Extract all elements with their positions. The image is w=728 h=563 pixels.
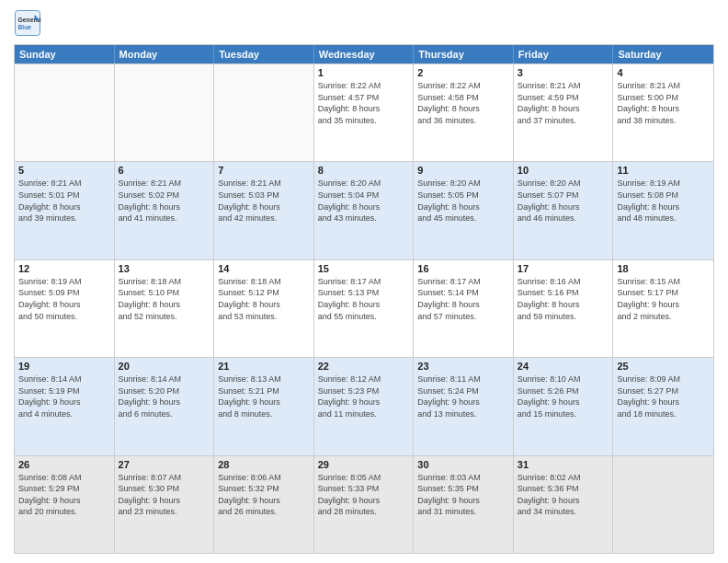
calendar-cell: 13Sunrise: 8:18 AM Sunset: 5:10 PM Dayli…: [115, 260, 215, 357]
day-info: Sunrise: 8:20 AM Sunset: 5:04 PM Dayligh…: [318, 178, 410, 224]
day-number: 13: [119, 263, 210, 274]
calendar-cell: [613, 456, 713, 553]
day-info: Sunrise: 8:03 AM Sunset: 5:35 PM Dayligh…: [417, 472, 509, 518]
day-info: Sunrise: 8:02 AM Sunset: 5:36 PM Dayligh…: [518, 472, 609, 518]
day-number: 24: [518, 361, 609, 372]
day-number: 11: [617, 165, 710, 176]
day-number: 22: [318, 361, 410, 372]
calendar-cell: 18Sunrise: 8:15 AM Sunset: 5:17 PM Dayli…: [613, 260, 713, 357]
calendar-header: SundayMondayTuesdayWednesdayThursdayFrid…: [15, 45, 713, 63]
day-number: 1: [318, 67, 410, 78]
day-info: Sunrise: 8:14 AM Sunset: 5:20 PM Dayligh…: [119, 373, 210, 419]
day-number: 4: [617, 67, 710, 78]
calendar-header-cell: Saturday: [613, 45, 713, 63]
day-number: 12: [18, 263, 110, 274]
calendar-cell: 16Sunrise: 8:17 AM Sunset: 5:14 PM Dayli…: [414, 260, 514, 357]
day-info: Sunrise: 8:14 AM Sunset: 5:19 PM Dayligh…: [18, 373, 110, 419]
calendar-cell: [115, 64, 215, 161]
calendar-header-cell: Wednesday: [314, 45, 415, 63]
day-number: 26: [18, 459, 110, 470]
day-info: Sunrise: 8:18 AM Sunset: 5:12 PM Dayligh…: [218, 276, 310, 322]
day-info: Sunrise: 8:12 AM Sunset: 5:23 PM Dayligh…: [318, 373, 410, 419]
calendar-body: 1Sunrise: 8:22 AM Sunset: 4:57 PM Daylig…: [15, 63, 713, 553]
day-info: Sunrise: 8:17 AM Sunset: 5:14 PM Dayligh…: [417, 276, 509, 322]
day-number: 29: [318, 459, 410, 470]
calendar-row: 12Sunrise: 8:19 AM Sunset: 5:09 PM Dayli…: [15, 259, 713, 357]
calendar-header-cell: Sunday: [15, 45, 115, 63]
calendar-cell: 8Sunrise: 8:20 AM Sunset: 5:04 PM Daylig…: [314, 162, 415, 259]
day-number: 2: [417, 67, 509, 78]
day-info: Sunrise: 8:19 AM Sunset: 5:08 PM Dayligh…: [617, 178, 710, 224]
day-number: 15: [318, 263, 410, 274]
day-info: Sunrise: 8:08 AM Sunset: 5:29 PM Dayligh…: [18, 472, 110, 518]
calendar-header-cell: Thursday: [414, 45, 514, 63]
day-info: Sunrise: 8:09 AM Sunset: 5:27 PM Dayligh…: [617, 373, 710, 419]
calendar-cell: 22Sunrise: 8:12 AM Sunset: 5:23 PM Dayli…: [314, 358, 415, 454]
day-number: 28: [218, 459, 310, 470]
day-info: Sunrise: 8:16 AM Sunset: 5:16 PM Dayligh…: [518, 276, 609, 322]
day-number: 7: [218, 165, 310, 176]
calendar: SundayMondayTuesdayWednesdayThursdayFrid…: [14, 44, 714, 554]
day-number: 17: [518, 263, 609, 274]
calendar-cell: 20Sunrise: 8:14 AM Sunset: 5:20 PM Dayli…: [115, 358, 215, 454]
day-number: 19: [18, 361, 110, 372]
page: General Blue SundayMondayTuesdayWednesda…: [0, 0, 728, 563]
calendar-cell: 2Sunrise: 8:22 AM Sunset: 4:58 PM Daylig…: [414, 64, 514, 161]
calendar-cell: 3Sunrise: 8:21 AM Sunset: 4:59 PM Daylig…: [514, 64, 614, 161]
calendar-cell: 10Sunrise: 8:20 AM Sunset: 5:07 PM Dayli…: [514, 162, 614, 259]
day-info: Sunrise: 8:22 AM Sunset: 4:57 PM Dayligh…: [318, 80, 410, 126]
calendar-cell: 17Sunrise: 8:16 AM Sunset: 5:16 PM Dayli…: [514, 260, 614, 357]
day-info: Sunrise: 8:17 AM Sunset: 5:13 PM Dayligh…: [318, 276, 410, 322]
calendar-cell: 21Sunrise: 8:13 AM Sunset: 5:21 PM Dayli…: [214, 358, 314, 454]
day-number: 25: [617, 361, 710, 372]
day-info: Sunrise: 8:21 AM Sunset: 5:00 PM Dayligh…: [617, 80, 710, 126]
calendar-cell: 24Sunrise: 8:10 AM Sunset: 5:26 PM Dayli…: [514, 358, 614, 454]
day-info: Sunrise: 8:20 AM Sunset: 5:07 PM Dayligh…: [518, 178, 609, 224]
calendar-row: 5Sunrise: 8:21 AM Sunset: 5:01 PM Daylig…: [15, 161, 713, 259]
calendar-cell: 14Sunrise: 8:18 AM Sunset: 5:12 PM Dayli…: [214, 260, 314, 357]
calendar-row: 26Sunrise: 8:08 AM Sunset: 5:29 PM Dayli…: [15, 455, 713, 553]
svg-text:Blue: Blue: [18, 24, 32, 30]
calendar-cell: 27Sunrise: 8:07 AM Sunset: 5:30 PM Dayli…: [115, 456, 215, 553]
day-number: 8: [318, 165, 410, 176]
calendar-cell: 15Sunrise: 8:17 AM Sunset: 5:13 PM Dayli…: [314, 260, 415, 357]
day-info: Sunrise: 8:13 AM Sunset: 5:21 PM Dayligh…: [218, 373, 310, 419]
day-number: 3: [518, 67, 609, 78]
day-number: 14: [218, 263, 310, 274]
day-number: 6: [119, 165, 210, 176]
calendar-header-cell: Friday: [514, 45, 614, 63]
calendar-cell: 26Sunrise: 8:08 AM Sunset: 5:29 PM Dayli…: [15, 456, 115, 553]
logo-icon: General Blue: [14, 9, 41, 37]
svg-rect-0: [16, 11, 40, 36]
header: General Blue: [14, 9, 714, 37]
day-number: 5: [18, 165, 110, 176]
day-number: 21: [218, 361, 310, 372]
calendar-header-cell: Tuesday: [214, 45, 314, 63]
calendar-cell: 30Sunrise: 8:03 AM Sunset: 5:35 PM Dayli…: [414, 456, 514, 553]
calendar-cell: [214, 64, 314, 161]
day-info: Sunrise: 8:18 AM Sunset: 5:10 PM Dayligh…: [119, 276, 210, 322]
calendar-row: 1Sunrise: 8:22 AM Sunset: 4:57 PM Daylig…: [15, 63, 713, 161]
calendar-header-cell: Monday: [115, 45, 215, 63]
calendar-cell: 5Sunrise: 8:21 AM Sunset: 5:01 PM Daylig…: [15, 162, 115, 259]
day-info: Sunrise: 8:07 AM Sunset: 5:30 PM Dayligh…: [119, 472, 210, 518]
day-info: Sunrise: 8:21 AM Sunset: 5:01 PM Dayligh…: [18, 178, 110, 224]
calendar-row: 19Sunrise: 8:14 AM Sunset: 5:19 PM Dayli…: [15, 357, 713, 454]
day-info: Sunrise: 8:15 AM Sunset: 5:17 PM Dayligh…: [617, 276, 710, 322]
day-info: Sunrise: 8:11 AM Sunset: 5:24 PM Dayligh…: [417, 373, 509, 419]
day-info: Sunrise: 8:19 AM Sunset: 5:09 PM Dayligh…: [18, 276, 110, 322]
logo: General Blue: [14, 9, 45, 37]
calendar-cell: 25Sunrise: 8:09 AM Sunset: 5:27 PM Dayli…: [613, 358, 713, 454]
day-number: 23: [417, 361, 509, 372]
calendar-cell: 12Sunrise: 8:19 AM Sunset: 5:09 PM Dayli…: [15, 260, 115, 357]
calendar-cell: 31Sunrise: 8:02 AM Sunset: 5:36 PM Dayli…: [514, 456, 614, 553]
day-info: Sunrise: 8:22 AM Sunset: 4:58 PM Dayligh…: [417, 80, 509, 126]
calendar-cell: 29Sunrise: 8:05 AM Sunset: 5:33 PM Dayli…: [314, 456, 415, 553]
calendar-cell: 9Sunrise: 8:20 AM Sunset: 5:05 PM Daylig…: [414, 162, 514, 259]
calendar-cell: 6Sunrise: 8:21 AM Sunset: 5:02 PM Daylig…: [115, 162, 215, 259]
day-info: Sunrise: 8:21 AM Sunset: 5:02 PM Dayligh…: [119, 178, 210, 224]
day-info: Sunrise: 8:20 AM Sunset: 5:05 PM Dayligh…: [417, 178, 509, 224]
day-info: Sunrise: 8:21 AM Sunset: 4:59 PM Dayligh…: [518, 80, 609, 126]
calendar-cell: 7Sunrise: 8:21 AM Sunset: 5:03 PM Daylig…: [214, 162, 314, 259]
day-number: 31: [518, 459, 609, 470]
